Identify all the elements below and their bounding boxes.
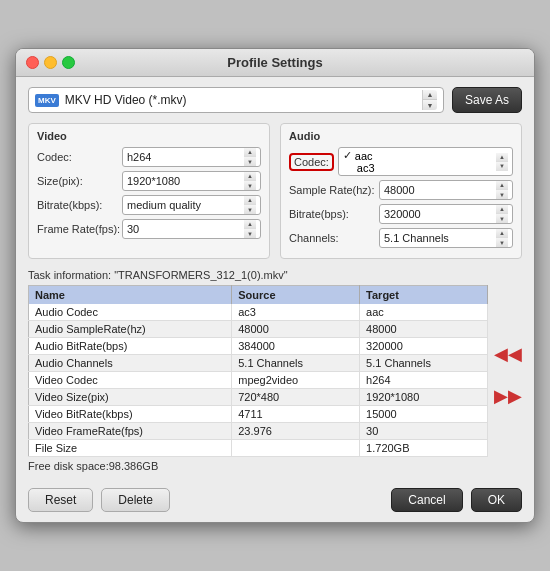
delete-button[interactable]: Delete xyxy=(101,488,170,512)
audio-codec-options: ✓ aac ac3 xyxy=(343,149,375,174)
audio-codec-aac: aac xyxy=(355,150,373,162)
audio-samplerate-select[interactable]: 48000 ▲ ▼ xyxy=(379,180,513,200)
video-size-up[interactable]: ▲ xyxy=(244,172,256,181)
cell-source: 23.976 xyxy=(232,423,360,440)
cell-target: 1.720GB xyxy=(360,440,488,457)
table-row: Audio Codecac3aac xyxy=(29,304,488,321)
video-bitrate-row: Bitrate(kbps): medium quality ▲ ▼ xyxy=(37,195,261,215)
col-target-header: Target xyxy=(360,286,488,305)
close-button[interactable] xyxy=(26,56,39,69)
cell-source: 384000 xyxy=(232,338,360,355)
table-row: Video BitRate(kbps)471115000 xyxy=(29,406,488,423)
table-row: Video FrameRate(fps)23.97630 xyxy=(29,423,488,440)
cell-target: h264 xyxy=(360,372,488,389)
video-framerate-row: Frame Rate(fps): 30 ▲ ▼ xyxy=(37,219,261,239)
video-bitrate-select[interactable]: medium quality ▲ ▼ xyxy=(122,195,261,215)
video-codec-down[interactable]: ▼ xyxy=(244,157,256,166)
cancel-button[interactable]: Cancel xyxy=(391,488,462,512)
audio-bitrate-stepper[interactable]: ▲ ▼ xyxy=(496,205,508,223)
cell-source: 720*480 xyxy=(232,389,360,406)
cell-target: 30 xyxy=(360,423,488,440)
cell-target: aac xyxy=(360,304,488,321)
video-bitrate-stepper[interactable]: ▲ ▼ xyxy=(244,196,256,214)
audio-samplerate-value: 48000 xyxy=(384,184,496,196)
video-codec-row: Codec: h264 ▲ ▼ xyxy=(37,147,261,167)
audio-bitrate-down[interactable]: ▼ xyxy=(496,214,508,223)
reset-button[interactable]: Reset xyxy=(28,488,93,512)
audio-channels-stepper[interactable]: ▲ ▼ xyxy=(496,229,508,247)
audio-bitrate-label: Bitrate(bps): xyxy=(289,208,379,220)
profile-up-btn[interactable]: ▲ xyxy=(423,90,437,100)
video-codec-value: h264 xyxy=(127,151,244,163)
audio-codec-up[interactable]: ▲ xyxy=(496,153,508,162)
video-codec-stepper[interactable]: ▲ ▼ xyxy=(244,148,256,166)
audio-channels-value: 5.1 Channels xyxy=(384,232,496,244)
video-framerate-down[interactable]: ▼ xyxy=(244,229,256,238)
audio-channels-label: Channels: xyxy=(289,232,379,244)
cell-name: Audio BitRate(bps) xyxy=(29,338,232,355)
video-bitrate-down[interactable]: ▼ xyxy=(244,205,256,214)
cell-target: 320000 xyxy=(360,338,488,355)
save-as-button[interactable]: Save As xyxy=(452,87,522,113)
video-size-down[interactable]: ▼ xyxy=(244,181,256,190)
table-row: Audio BitRate(bps)384000320000 xyxy=(29,338,488,355)
maximize-button[interactable] xyxy=(62,56,75,69)
main-window: Profile Settings MKV MKV HD Video (*.mkv… xyxy=(15,48,535,523)
video-framerate-stepper[interactable]: ▲ ▼ xyxy=(244,220,256,238)
audio-bitrate-up[interactable]: ▲ xyxy=(496,205,508,214)
video-size-stepper[interactable]: ▲ ▼ xyxy=(244,172,256,190)
bottom-left-buttons: Reset Delete xyxy=(28,488,170,512)
cell-name: Audio Codec xyxy=(29,304,232,321)
table-row: Video Codecmpeg2videoh264 xyxy=(29,372,488,389)
cell-name: Video FrameRate(fps) xyxy=(29,423,232,440)
video-framerate-up[interactable]: ▲ xyxy=(244,220,256,229)
audio-codec-stepper[interactable]: ▲ ▼ xyxy=(496,153,508,171)
minimize-button[interactable] xyxy=(44,56,57,69)
audio-panel: Audio Codec: ✓ aac xyxy=(280,123,522,259)
cell-target: 15000 xyxy=(360,406,488,423)
prev-arrow-button[interactable]: ◀◀ xyxy=(494,345,522,363)
ok-button[interactable]: OK xyxy=(471,488,522,512)
audio-channels-select[interactable]: 5.1 Channels ▲ ▼ xyxy=(379,228,513,248)
next-arrow-button[interactable]: ▶▶ xyxy=(494,387,522,405)
profile-name: MKV HD Video (*.mkv) xyxy=(65,93,418,107)
task-table-body: Audio Codecac3aacAudio SampleRate(hz)480… xyxy=(29,304,488,457)
audio-bitrate-select[interactable]: 320000 ▲ ▼ xyxy=(379,204,513,224)
free-space-label: Free disk space:98.386GB xyxy=(28,460,488,472)
audio-samplerate-row: Sample Rate(hz): 48000 ▲ ▼ xyxy=(289,180,513,200)
cell-source xyxy=(232,440,360,457)
window-title: Profile Settings xyxy=(227,55,322,70)
profile-format-icon: MKV xyxy=(35,94,59,107)
cell-source: 4711 xyxy=(232,406,360,423)
cell-target: 5.1 Channels xyxy=(360,355,488,372)
audio-codec-down[interactable]: ▼ xyxy=(496,162,508,171)
video-bitrate-label: Bitrate(kbps): xyxy=(37,199,122,211)
cell-name: Video Size(pix) xyxy=(29,389,232,406)
audio-bitrate-value: 320000 xyxy=(384,208,496,220)
video-codec-up[interactable]: ▲ xyxy=(244,148,256,157)
video-codec-select[interactable]: h264 ▲ ▼ xyxy=(122,147,261,167)
bottom-right-buttons: Cancel OK xyxy=(391,488,522,512)
audio-channels-down[interactable]: ▼ xyxy=(496,238,508,247)
titlebar: Profile Settings xyxy=(16,49,534,77)
profile-stepper[interactable]: ▲ ▼ xyxy=(422,90,437,110)
video-framerate-label: Frame Rate(fps): xyxy=(37,223,122,235)
cell-name: Audio SampleRate(hz) xyxy=(29,321,232,338)
video-bitrate-up[interactable]: ▲ xyxy=(244,196,256,205)
table-row: Video Size(pix)720*4801920*1080 xyxy=(29,389,488,406)
profile-down-btn[interactable]: ▼ xyxy=(423,100,437,110)
cell-name: Audio Channels xyxy=(29,355,232,372)
audio-channels-up[interactable]: ▲ xyxy=(496,229,508,238)
cell-source: 48000 xyxy=(232,321,360,338)
task-info-section: Task information: "TRANSFORMERS_312_1(0)… xyxy=(28,269,488,472)
video-framerate-select[interactable]: 30 ▲ ▼ xyxy=(122,219,261,239)
audio-samplerate-down[interactable]: ▼ xyxy=(496,190,508,199)
audio-samplerate-stepper[interactable]: ▲ ▼ xyxy=(496,181,508,199)
audio-codec-row: Codec: ✓ aac ac3 xyxy=(289,147,513,176)
table-row: File Size1.720GB xyxy=(29,440,488,457)
video-bitrate-value: medium quality xyxy=(127,199,244,211)
task-info-title: Task information: "TRANSFORMERS_312_1(0)… xyxy=(28,269,488,281)
profile-selector[interactable]: MKV MKV HD Video (*.mkv) ▲ ▼ xyxy=(28,87,444,113)
audio-samplerate-up[interactable]: ▲ xyxy=(496,181,508,190)
video-size-select[interactable]: 1920*1080 ▲ ▼ xyxy=(122,171,261,191)
